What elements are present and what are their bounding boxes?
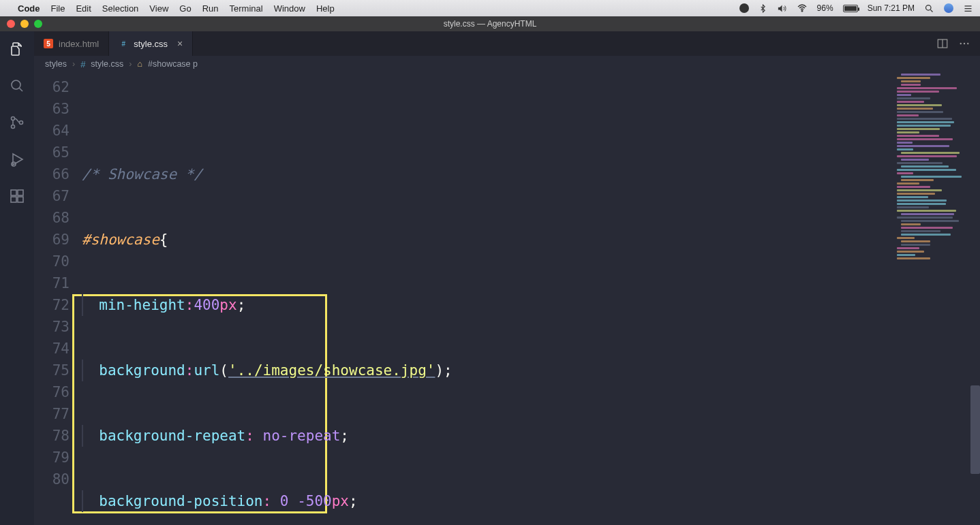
traffic-lights (0, 20, 42, 28)
html-file-icon: 5 (44, 39, 53, 48)
line-number: 72 (34, 294, 70, 316)
menubar-item-terminal[interactable]: Terminal (230, 3, 263, 14)
tab-label: index.html (59, 39, 99, 49)
css-file-icon: # (119, 39, 128, 48)
window-minimize-button[interactable] (20, 20, 29, 28)
menubar-status-area: 96% Sun 7:21 PM (739, 3, 973, 14)
menubar-item-selection[interactable]: Selection (102, 3, 138, 14)
explorer-icon[interactable] (7, 39, 27, 59)
extensions-icon[interactable] (7, 187, 27, 206)
line-number: 67 (34, 185, 70, 207)
menubar-item-file[interactable]: File (51, 3, 65, 14)
line-number: 62 (34, 76, 70, 98)
tab-index-html[interactable]: 5 index.html (34, 31, 109, 56)
spotlight-icon[interactable] (924, 3, 934, 14)
line-number: 68 (34, 207, 70, 229)
tab-style-css[interactable]: # style.css × (109, 31, 193, 56)
svg-point-3 (12, 117, 15, 121)
window-titlebar[interactable]: style.css — AgencyHTML (0, 16, 980, 31)
volume-icon[interactable] (777, 3, 787, 14)
menubar-clock[interactable]: Sun 7:21 PM (868, 3, 915, 13)
notification-center-icon[interactable] (963, 3, 973, 14)
editor-tab-bar: 5 index.html # style.css × (34, 31, 980, 56)
breadcrumb-file[interactable]: style.css (91, 59, 123, 69)
siri-icon[interactable] (944, 3, 953, 13)
menubar-item-go[interactable]: Go (179, 3, 191, 14)
line-number: 75 (34, 360, 70, 381)
menubar-item-edit[interactable]: Edit (76, 3, 91, 14)
svg-rect-7 (11, 190, 16, 195)
chevron-right-icon: › (72, 59, 75, 69)
line-number: 74 (34, 338, 70, 360)
annotation-highlight-box (72, 294, 327, 513)
svg-rect-8 (11, 197, 16, 202)
scrollbar-thumb[interactable] (970, 385, 980, 474)
line-number: 73 (34, 316, 70, 338)
breadcrumb[interactable]: styles › # style.css › ⌂ #showcase p (34, 56, 980, 72)
more-actions-icon[interactable] (958, 37, 970, 50)
battery-icon[interactable] (843, 5, 858, 12)
macos-menubar: Code File Edit Selection View Go Run Ter… (0, 0, 980, 16)
svg-point-14 (967, 43, 968, 44)
line-number: 63 (34, 98, 70, 120)
svg-rect-9 (18, 197, 23, 202)
line-number-gutter: 62636465666768697071727374757677787980 (34, 72, 82, 525)
activity-bar (0, 31, 34, 525)
window-maximize-button[interactable] (34, 20, 42, 28)
source-control-icon[interactable] (7, 113, 27, 132)
svg-point-2 (12, 80, 20, 89)
editor-actions (936, 31, 980, 56)
window-title: style.css — AgencyHTML (0, 19, 980, 29)
line-number: 69 (34, 229, 70, 251)
svg-point-1 (926, 5, 932, 10)
search-icon[interactable] (7, 76, 27, 95)
vertical-scrollbar[interactable] (970, 72, 980, 525)
window-close-button[interactable] (7, 20, 15, 28)
line-number: 66 (34, 163, 70, 185)
run-debug-icon[interactable] (7, 150, 27, 169)
tab-label: style.css (134, 39, 168, 49)
line-number: 80 (34, 468, 70, 490)
breadcrumb-folder[interactable]: styles (45, 59, 67, 69)
symbol-icon: ⌂ (137, 59, 142, 69)
line-number: 78 (34, 425, 70, 447)
breadcrumb-symbol[interactable]: #showcase p (148, 59, 198, 69)
svg-point-13 (964, 43, 965, 44)
menubar-item-run[interactable]: Run (202, 3, 219, 14)
wifi-icon[interactable] (797, 3, 808, 14)
minimap[interactable] (895, 72, 970, 525)
menubar-item-help[interactable]: Help (316, 3, 335, 14)
line-number: 71 (34, 272, 70, 294)
svg-point-12 (960, 43, 962, 44)
battery-percent: 96% (817, 3, 833, 13)
line-number: 79 (34, 447, 70, 468)
svg-rect-10 (18, 190, 23, 195)
menubar-item-view[interactable]: View (149, 3, 168, 14)
bluetooth-icon[interactable] (759, 4, 767, 13)
close-tab-icon[interactable]: × (177, 38, 183, 49)
code-editor[interactable]: 62636465666768697071727374757677787980 /… (34, 72, 980, 525)
line-number: 77 (34, 403, 70, 425)
line-number: 64 (34, 120, 70, 142)
menubar-app-name[interactable]: Code (18, 3, 40, 14)
svg-point-5 (20, 121, 23, 125)
svg-point-4 (12, 125, 15, 129)
svg-point-0 (801, 10, 803, 12)
line-number: 70 (34, 251, 70, 272)
menubar-item-window[interactable]: Window (274, 3, 305, 14)
line-number: 76 (34, 381, 70, 403)
chevron-right-icon: › (129, 59, 132, 69)
code-content[interactable]: /* Showcase */ #showcase{ min-height:400… (82, 72, 980, 525)
split-editor-icon[interactable] (936, 37, 949, 50)
line-number: 65 (34, 142, 70, 163)
css-file-icon: # (80, 59, 85, 69)
status-app-icon[interactable] (739, 3, 749, 13)
